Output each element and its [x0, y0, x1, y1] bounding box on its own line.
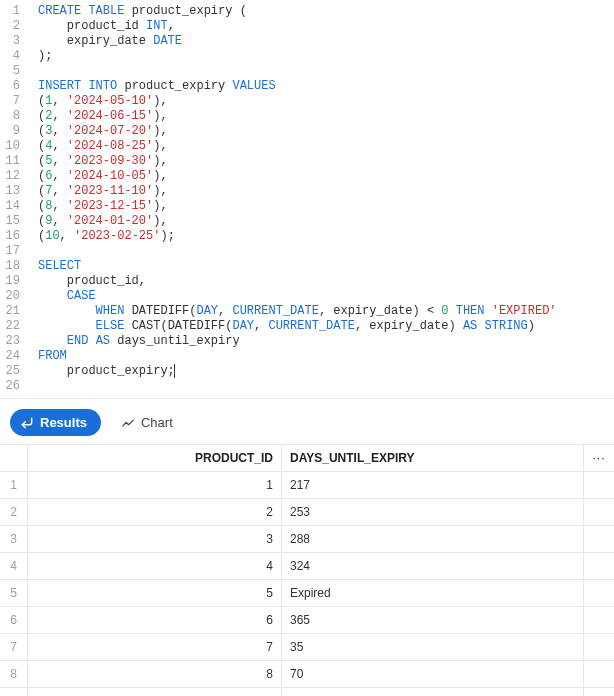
line-number: 12	[0, 169, 38, 184]
line-code[interactable]: );	[38, 49, 614, 64]
line-number: 7	[0, 94, 38, 109]
line-number: 8	[0, 109, 38, 124]
cell-product-id: 4	[28, 553, 282, 579]
line-code[interactable]: product_id INT,	[38, 19, 614, 34]
line-code[interactable]: (8, '2023-12-15'),	[38, 199, 614, 214]
cell-days-until-expiry: 253	[282, 499, 584, 525]
line-code[interactable]: SELECT	[38, 259, 614, 274]
editor-line[interactable]: 16(10, '2023-02-25');	[0, 229, 614, 244]
editor-line[interactable]: 3 expiry_date DATE	[0, 34, 614, 49]
table-row[interactable]: 99106	[0, 688, 614, 696]
cell-product-id: 5	[28, 580, 282, 606]
line-number: 23	[0, 334, 38, 349]
editor-line[interactable]: 1CREATE TABLE product_expiry (	[0, 4, 614, 19]
editor-line[interactable]: 11(5, '2023-09-30'),	[0, 154, 614, 169]
cell-days-until-expiry: 324	[282, 553, 584, 579]
line-number: 13	[0, 184, 38, 199]
line-code[interactable]: (6, '2024-10-05'),	[38, 169, 614, 184]
line-code[interactable]: (10, '2023-02-25');	[38, 229, 614, 244]
line-number: 25	[0, 364, 38, 379]
return-arrow-icon	[20, 416, 34, 430]
results-grid: PRODUCT_ID DAYS_UNTIL_EXPIRY ··· 1121722…	[0, 444, 614, 696]
line-number: 24	[0, 349, 38, 364]
table-row[interactable]: 44324	[0, 553, 614, 580]
table-row[interactable]: 55Expired	[0, 580, 614, 607]
editor-line[interactable]: 20 CASE	[0, 289, 614, 304]
editor-line[interactable]: 24FROM	[0, 349, 614, 364]
cell-days-until-expiry: 288	[282, 526, 584, 552]
chart-line-icon	[121, 416, 135, 430]
line-code[interactable]: FROM	[38, 349, 614, 364]
line-number: 20	[0, 289, 38, 304]
col-header-days-until-expiry[interactable]: DAYS_UNTIL_EXPIRY	[282, 445, 584, 471]
results-tab-label: Results	[40, 415, 87, 430]
editor-line[interactable]: 5	[0, 64, 614, 79]
editor-line[interactable]: 17	[0, 244, 614, 259]
line-number: 1	[0, 4, 38, 19]
table-row[interactable]: 7735	[0, 634, 614, 661]
cell-days-until-expiry: 70	[282, 661, 584, 687]
editor-line[interactable]: 14(8, '2023-12-15'),	[0, 199, 614, 214]
line-code[interactable]: INSERT INTO product_expiry VALUES	[38, 79, 614, 94]
line-code[interactable]	[38, 64, 614, 79]
table-row[interactable]: 33288	[0, 526, 614, 553]
row-number: 4	[0, 553, 28, 579]
sql-editor[interactable]: 1CREATE TABLE product_expiry (2 product_…	[0, 0, 614, 398]
line-number: 16	[0, 229, 38, 244]
editor-line[interactable]: 19 product_id,	[0, 274, 614, 289]
row-number: 7	[0, 634, 28, 660]
line-number: 6	[0, 79, 38, 94]
col-header-product-id[interactable]: PRODUCT_ID	[28, 445, 282, 471]
editor-line[interactable]: 9(3, '2024-07-20'),	[0, 124, 614, 139]
line-code[interactable]: WHEN DATEDIFF(DAY, CURRENT_DATE, expiry_…	[38, 304, 614, 319]
editor-line[interactable]: 25 product_expiry;	[0, 364, 614, 379]
table-row[interactable]: 8870	[0, 661, 614, 688]
cell-days-until-expiry: 217	[282, 472, 584, 498]
editor-line[interactable]: 6INSERT INTO product_expiry VALUES	[0, 79, 614, 94]
editor-line[interactable]: 10(4, '2024-08-25'),	[0, 139, 614, 154]
table-row[interactable]: 22253	[0, 499, 614, 526]
line-code[interactable]: (4, '2024-08-25'),	[38, 139, 614, 154]
cell-days-until-expiry: 106	[282, 688, 584, 696]
line-code[interactable]: END AS days_until_expiry	[38, 334, 614, 349]
line-code[interactable]: (2, '2024-06-15'),	[38, 109, 614, 124]
grid-body: 1121722253332884432455Expired66365773588…	[0, 472, 614, 696]
line-code[interactable]: (3, '2024-07-20'),	[38, 124, 614, 139]
line-code[interactable]: expiry_date DATE	[38, 34, 614, 49]
editor-line[interactable]: 26	[0, 379, 614, 394]
editor-line[interactable]: 7(1, '2024-05-10'),	[0, 94, 614, 109]
line-code[interactable]	[38, 244, 614, 259]
line-code[interactable]: product_id,	[38, 274, 614, 289]
table-row[interactable]: 66365	[0, 607, 614, 634]
editor-line[interactable]: 15(9, '2024-01-20'),	[0, 214, 614, 229]
line-code[interactable]: (1, '2024-05-10'),	[38, 94, 614, 109]
line-number: 11	[0, 154, 38, 169]
line-code[interactable]: (9, '2024-01-20'),	[38, 214, 614, 229]
editor-line[interactable]: 18SELECT	[0, 259, 614, 274]
row-number: 5	[0, 580, 28, 606]
line-number: 15	[0, 214, 38, 229]
col-overflow-icon[interactable]: ···	[584, 445, 614, 471]
editor-line[interactable]: 23 END AS days_until_expiry	[0, 334, 614, 349]
line-code[interactable]: product_expiry;	[38, 364, 614, 379]
line-code[interactable]: (5, '2023-09-30'),	[38, 154, 614, 169]
line-number: 18	[0, 259, 38, 274]
editor-line[interactable]: 12(6, '2024-10-05'),	[0, 169, 614, 184]
line-code[interactable]: (7, '2023-11-10'),	[38, 184, 614, 199]
editor-line[interactable]: 8(2, '2024-06-15'),	[0, 109, 614, 124]
line-code[interactable]: CASE	[38, 289, 614, 304]
editor-line[interactable]: 22 ELSE CAST(DATEDIFF(DAY, CURRENT_DATE,…	[0, 319, 614, 334]
editor-line[interactable]: 2 product_id INT,	[0, 19, 614, 34]
line-code[interactable]: ELSE CAST(DATEDIFF(DAY, CURRENT_DATE, ex…	[38, 319, 614, 334]
editor-line[interactable]: 13(7, '2023-11-10'),	[0, 184, 614, 199]
editor-line[interactable]: 4);	[0, 49, 614, 64]
grid-header: PRODUCT_ID DAYS_UNTIL_EXPIRY ···	[0, 445, 614, 472]
line-number: 4	[0, 49, 38, 64]
line-code[interactable]: CREATE TABLE product_expiry (	[38, 4, 614, 19]
results-tab[interactable]: Results	[10, 409, 101, 436]
chart-tab[interactable]: Chart	[109, 409, 185, 436]
table-row[interactable]: 11217	[0, 472, 614, 499]
cell-days-until-expiry: 365	[282, 607, 584, 633]
line-code[interactable]	[38, 379, 614, 394]
editor-line[interactable]: 21 WHEN DATEDIFF(DAY, CURRENT_DATE, expi…	[0, 304, 614, 319]
